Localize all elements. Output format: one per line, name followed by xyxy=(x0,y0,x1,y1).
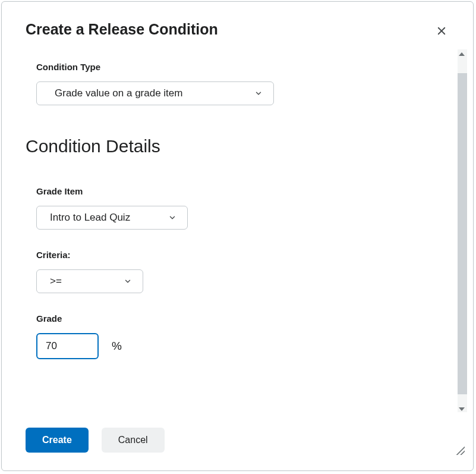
condition-type-select-wrap: Grade value on a grade item xyxy=(36,81,274,105)
criteria-select[interactable]: >= xyxy=(36,269,143,293)
scrollbar-thumb[interactable] xyxy=(458,73,467,394)
grade-unit: % xyxy=(112,340,122,353)
grade-item-label: Grade Item xyxy=(26,186,449,196)
condition-type-group: Condition Type Grade value on a grade it… xyxy=(26,62,449,105)
grade-item-value: Intro to Lead Quiz xyxy=(50,212,130,223)
scrollbar-track[interactable] xyxy=(458,49,467,412)
grade-item-select[interactable]: Intro to Lead Quiz xyxy=(36,206,188,230)
chevron-down-icon xyxy=(254,89,263,98)
grade-item-group: Grade Item Intro to Lead Quiz xyxy=(26,186,449,230)
grade-item-select-wrap: Intro to Lead Quiz xyxy=(36,206,188,230)
modal-body: Condition Type Grade value on a grade it… xyxy=(2,62,473,416)
scroll-down-arrow-icon[interactable] xyxy=(459,407,465,411)
grade-label: Grade xyxy=(26,313,449,324)
create-button[interactable]: Create xyxy=(26,428,89,453)
close-icon xyxy=(436,26,447,38)
modal-footer: Create Cancel xyxy=(2,416,473,470)
criteria-group: Criteria: >= xyxy=(26,250,449,293)
criteria-label: Criteria: xyxy=(26,250,449,260)
condition-type-select[interactable]: Grade value on a grade item xyxy=(36,81,274,105)
condition-type-value: Grade value on a grade item xyxy=(55,87,182,99)
condition-details-heading: Condition Details xyxy=(26,136,449,156)
chevron-down-icon xyxy=(124,277,132,285)
criteria-value: >= xyxy=(50,275,62,287)
cancel-button[interactable]: Cancel xyxy=(102,428,165,453)
grade-input[interactable] xyxy=(36,333,99,359)
grade-group: Grade % xyxy=(26,313,449,359)
close-button[interactable] xyxy=(434,23,449,40)
svg-line-2 xyxy=(457,447,465,455)
modal-title: Create a Release Condition xyxy=(26,21,218,38)
release-condition-modal: Create a Release Condition Condition Typ… xyxy=(1,1,474,471)
svg-line-3 xyxy=(461,451,465,455)
resize-handle-icon[interactable] xyxy=(453,443,465,457)
chevron-down-icon xyxy=(168,214,176,222)
scroll-up-arrow-icon[interactable] xyxy=(459,52,465,56)
criteria-select-wrap: >= xyxy=(36,269,143,293)
modal-header: Create a Release Condition xyxy=(2,2,473,40)
condition-type-label: Condition Type xyxy=(26,62,449,72)
